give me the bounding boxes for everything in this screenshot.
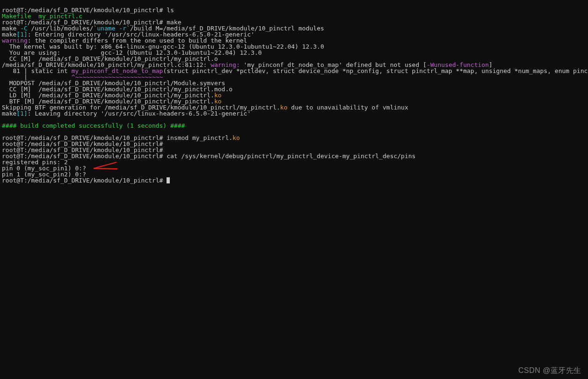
watermark: CSDN @蓝牙先生 bbox=[518, 367, 581, 373]
make-leave-1: make bbox=[2, 110, 16, 117]
cursor bbox=[167, 177, 170, 183]
cmd-cat: cat /sys/kernel/debug/pinctrl/my_pinctrl… bbox=[167, 153, 415, 160]
cmd-ls-text: ls bbox=[167, 7, 174, 14]
make-leave-n: 1 bbox=[20, 110, 24, 117]
cmd-insmod-ext: ko bbox=[232, 134, 240, 141]
code-line-post: (struct pinctrl_dev *pctldev, struct dev… bbox=[163, 67, 588, 74]
make-leave-br2: ] bbox=[24, 110, 28, 117]
make-leave-br1: [ bbox=[16, 110, 20, 117]
make-leave-msg: : Leaving directory '/usr/src/linux-head… bbox=[28, 110, 251, 117]
terminal[interactable]: root@T:/media/sf_D_DRIVE/kmodule/10_pinc… bbox=[0, 0, 588, 185]
build-ok: #### build completed successfully (1 sec… bbox=[2, 122, 185, 129]
skip-btf-c: due to unavailability of vmlinux bbox=[287, 104, 408, 111]
cmd-insmod: insmod my_pinctrl. bbox=[167, 134, 232, 141]
prompt: root@T:/media/sf_D_DRIVE/kmodule/10_pinc… bbox=[2, 177, 163, 184]
skip-btf-b: ko bbox=[280, 104, 288, 111]
